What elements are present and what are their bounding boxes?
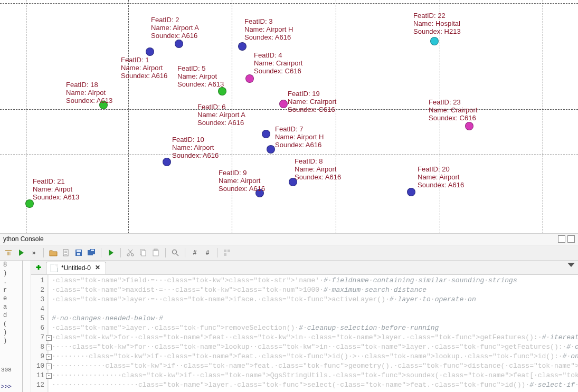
feature-label: FeatID: 8Name: AirportSoundex: A616 bbox=[295, 157, 341, 181]
code-line[interactable]: ·········class="tok-kw">if··class="tok-n… bbox=[52, 352, 578, 361]
fold-toggle-icon[interactable]: - bbox=[46, 345, 52, 350]
feature-label: FeatID: 1Name: AirportSoundex: A616 bbox=[121, 56, 167, 80]
feature-label: FeatID: 3Name: Airport HSoundex: A616 bbox=[244, 17, 293, 41]
save-icon[interactable] bbox=[73, 247, 84, 258]
python-console-title-bar: ython Console bbox=[0, 234, 578, 245]
add-tab-icon[interactable]: ✚ bbox=[33, 262, 44, 273]
svg-rect-2 bbox=[8, 252, 10, 255]
svg-rect-10 bbox=[77, 250, 81, 252]
cut-icon[interactable] bbox=[125, 247, 136, 258]
python-console-title: ython Console bbox=[3, 235, 44, 243]
clear-icon[interactable] bbox=[3, 247, 14, 258]
fold-toggle-icon[interactable]: - bbox=[46, 354, 52, 360]
code-line[interactable]: ·············class="tok-kw">if··class="t… bbox=[52, 361, 578, 371]
file-icon bbox=[51, 264, 58, 272]
new-file-icon[interactable] bbox=[61, 247, 71, 258]
feature-point[interactable] bbox=[163, 158, 171, 166]
editor-tab-row: ✚ *Untitled-0 ✕ bbox=[31, 261, 578, 275]
feature-point[interactable] bbox=[279, 100, 288, 108]
feature-label: FeatID: 21Name: AirpotSoundex: A613 bbox=[33, 177, 79, 201]
fold-toggle-icon[interactable]: - bbox=[46, 364, 52, 369]
feature-point[interactable] bbox=[146, 47, 154, 56]
code-line[interactable]: ·class="tok-name">layer.·class="tok-func… bbox=[52, 323, 578, 333]
save-as-icon[interactable] bbox=[86, 247, 97, 258]
map-canvas[interactable]: FeatID: 2Name: Airport ASoundex: A616Fea… bbox=[0, 0, 578, 233]
more-icon[interactable]: » bbox=[29, 247, 39, 258]
close-tab-icon[interactable]: ✕ bbox=[94, 264, 101, 272]
console-body: 8).read()) 308 >>> ✚ *Untitled-0 ✕ 12345… bbox=[0, 261, 578, 392]
feature-label: FeatID: 5Name: AirpotSoundex: A613 bbox=[177, 64, 224, 88]
dock-icon[interactable] bbox=[558, 235, 565, 243]
close-panel-icon[interactable] bbox=[567, 235, 575, 243]
editor-column: ✚ *Untitled-0 ✕ 1234567-8-9-10-11-12 ·cl… bbox=[31, 261, 578, 392]
grid-line bbox=[0, 155, 578, 155]
feature-label: FeatID: 20Name: AirportSoundex: A616 bbox=[418, 165, 464, 189]
svg-marker-15 bbox=[109, 250, 113, 256]
svg-rect-26 bbox=[224, 250, 226, 252]
feature-label: FeatID: 7Name: Airport HSoundex: A616 bbox=[275, 125, 324, 149]
console-toolbar: » # # bbox=[0, 245, 578, 261]
feature-label: FeatID: 6Name: Airport ASoundex: A616 bbox=[197, 103, 245, 127]
editor-tab[interactable]: *Untitled-0 ✕ bbox=[46, 262, 106, 274]
feature-point[interactable] bbox=[238, 42, 247, 51]
feature-label: FeatID: 18Name: AirpotSoundex: A613 bbox=[66, 81, 112, 104]
code-line[interactable]: #·no·changes·needed·below·# bbox=[52, 314, 578, 323]
feature-point[interactable] bbox=[465, 122, 473, 130]
feature-label: FeatID: 19Name: CrairportSoundex: C616 bbox=[288, 90, 336, 113]
svg-line-19 bbox=[128, 250, 132, 254]
code-line[interactable]: ·····················class="tok-name">la… bbox=[52, 380, 578, 390]
feature-point[interactable] bbox=[430, 37, 439, 45]
svg-rect-0 bbox=[5, 250, 12, 251]
svg-line-25 bbox=[176, 254, 178, 256]
svg-line-18 bbox=[129, 250, 132, 254]
svg-rect-3 bbox=[10, 252, 11, 255]
code-line[interactable] bbox=[52, 304, 578, 314]
grid-line bbox=[543, 0, 543, 233]
open-file-icon[interactable] bbox=[48, 247, 59, 258]
feature-label: FeatID: 2Name: Airport ASoundex: A616 bbox=[151, 16, 199, 40]
svg-point-16 bbox=[127, 254, 129, 256]
feature-point[interactable] bbox=[218, 87, 226, 95]
code-line[interactable]: ·················class="tok-kw">if··clas… bbox=[52, 371, 578, 380]
code-editor[interactable]: 1234567-8-9-10-11-12 ·class="tok-name">f… bbox=[31, 275, 578, 392]
comment-icon[interactable]: # bbox=[189, 247, 200, 258]
copy-icon[interactable] bbox=[138, 247, 148, 258]
svg-rect-22 bbox=[153, 250, 158, 256]
code-line[interactable]: ·class="tok-name">maxdist·=···class="tok… bbox=[52, 285, 578, 295]
feature-label: FeatID: 10Name: AirportSoundex: A616 bbox=[172, 136, 219, 159]
svg-rect-28 bbox=[224, 253, 226, 256]
feature-point[interactable] bbox=[245, 74, 254, 83]
tab-overflow-icon[interactable] bbox=[567, 263, 575, 267]
console-prompt[interactable]: >>> bbox=[1, 383, 12, 391]
grid-line bbox=[26, 0, 26, 233]
feature-point[interactable] bbox=[267, 145, 275, 154]
fold-toggle-icon[interactable]: - bbox=[46, 335, 52, 341]
svg-rect-1 bbox=[7, 252, 8, 255]
feature-point[interactable] bbox=[407, 188, 415, 196]
uncomment-icon[interactable]: # bbox=[202, 247, 213, 258]
code-line-gutter: 1234567-8-9-10-11-12 bbox=[31, 275, 48, 392]
code-line[interactable]: ·class="tok-kw">for··class="tok-name">fe… bbox=[52, 333, 578, 342]
feature-point[interactable] bbox=[262, 130, 270, 138]
paste-icon[interactable] bbox=[150, 247, 161, 258]
editor-tab-label: *Untitled-0 bbox=[61, 264, 91, 272]
run-script-icon[interactable] bbox=[106, 247, 116, 258]
code-line[interactable]: ·class="tok-name">field·=···class="tok-k… bbox=[52, 276, 578, 285]
svg-rect-27 bbox=[228, 250, 230, 252]
svg-rect-21 bbox=[141, 251, 146, 256]
svg-rect-14 bbox=[91, 250, 94, 251]
grid-line bbox=[128, 0, 129, 233]
svg-marker-4 bbox=[19, 250, 24, 256]
code-line[interactable]: ·class="tok-name">layer·=··class="tok-na… bbox=[52, 295, 578, 304]
feature-label: FeatID: 9Name: AirportSoundex: A616 bbox=[219, 169, 265, 193]
object-inspector-icon[interactable] bbox=[222, 247, 232, 258]
svg-point-24 bbox=[173, 250, 177, 254]
grid-line bbox=[336, 0, 336, 233]
svg-rect-23 bbox=[154, 249, 157, 251]
feature-point[interactable] bbox=[175, 40, 183, 48]
run-icon[interactable] bbox=[16, 247, 26, 258]
code-line[interactable]: ·····class="tok-kw">for··class="tok-name… bbox=[52, 342, 578, 352]
search-icon[interactable] bbox=[170, 247, 181, 258]
code-lines[interactable]: ·class="tok-name">field·=···class="tok-k… bbox=[49, 275, 578, 392]
fold-toggle-icon[interactable]: - bbox=[46, 373, 52, 379]
